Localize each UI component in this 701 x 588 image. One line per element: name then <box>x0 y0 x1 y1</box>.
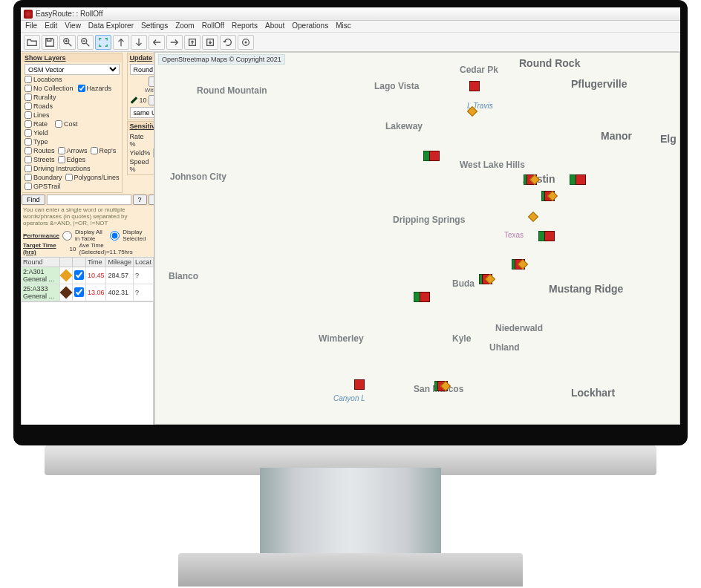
chk-edges[interactable] <box>58 156 65 163</box>
map-marker[interactable] <box>426 151 438 163</box>
map-marker[interactable] <box>354 379 366 391</box>
menu-about[interactable]: About <box>265 22 284 31</box>
pan-up-button[interactable] <box>113 35 129 50</box>
lbl-arrows: Arrows <box>67 146 88 155</box>
map-marker[interactable] <box>417 292 428 304</box>
display-all-radio[interactable] <box>62 231 72 241</box>
chk-yield[interactable] <box>25 129 32 137</box>
chk-type[interactable] <box>25 138 32 146</box>
chk-rate[interactable] <box>25 120 32 128</box>
table-row[interactable]: 25:A333 General ... 13.06402.31? <box>22 284 154 301</box>
map-marker[interactable] <box>469 81 481 93</box>
col-mileage[interactable]: Mileage <box>106 258 134 267</box>
chk-roads[interactable] <box>25 102 32 110</box>
col-check[interactable] <box>72 258 85 267</box>
find-help-button[interactable]: ? <box>133 195 147 205</box>
zoom-extents-button[interactable] <box>95 35 111 50</box>
layer-source-select[interactable]: OSM Vector <box>25 64 120 75</box>
menu-zoom[interactable]: Zoom <box>175 22 195 31</box>
menu-data-explorer[interactable]: Data Explorer <box>88 22 134 31</box>
target-button[interactable] <box>238 35 254 50</box>
col-locat[interactable]: Locat <box>133 258 153 267</box>
update-value: 10 <box>140 97 147 104</box>
sensitivity-heading: Sensitivity <box>128 122 154 131</box>
chk-gpstrail[interactable] <box>25 183 32 190</box>
menu-operations[interactable]: Operations <box>292 22 328 31</box>
pan-left-button[interactable] <box>149 35 165 50</box>
doc-up-button[interactable] <box>184 35 200 50</box>
map-marker[interactable] <box>528 212 540 223</box>
chk-cost[interactable] <box>55 120 62 128</box>
map-marker[interactable] <box>573 174 584 186</box>
round-select[interactable]: Round (blank=Any) <box>130 64 154 75</box>
map-viewport[interactable]: Round RockCedar PkPflugervilleLago Vista… <box>154 52 680 425</box>
menu-settings[interactable]: Settings <box>141 22 168 31</box>
lbl-roads: Roads <box>33 102 53 111</box>
chk-nocollection[interactable] <box>25 85 32 92</box>
rounds-table[interactable]: Round Time Mileage Locat 2:A301 General … <box>21 257 154 301</box>
city-label: West Lake Hills <box>460 160 525 170</box>
pan-down-button[interactable] <box>131 35 147 50</box>
lbl-streets: Streets <box>33 155 55 164</box>
city-label: Wimberley <box>319 333 364 344</box>
pan-right-button[interactable] <box>166 35 183 50</box>
map-canvas[interactable]: Round RockCedar PkPflugervilleLago Vista… <box>155 53 679 424</box>
menu-file[interactable]: File <box>25 22 37 31</box>
city-label: Round Mountain <box>197 85 267 96</box>
chk-arrows[interactable] <box>58 147 65 154</box>
lbl-locations: Locations <box>33 75 62 84</box>
map-marker[interactable] <box>515 259 526 271</box>
map-marker[interactable] <box>526 174 538 186</box>
monitor-neck <box>260 468 441 557</box>
chk-locations[interactable] <box>25 76 32 83</box>
zoom-in-button[interactable] <box>59 35 76 50</box>
find-input[interactable] <box>47 195 131 205</box>
lbl-reps: Rep's <box>100 146 117 155</box>
col-time[interactable]: Time <box>85 258 106 267</box>
chk-streets[interactable] <box>25 156 32 163</box>
chk-lines[interactable] <box>25 111 32 119</box>
refresh-button[interactable] <box>220 35 236 50</box>
save-button[interactable] <box>42 35 58 50</box>
map-marker[interactable] <box>544 191 556 203</box>
chk-rurality[interactable] <box>25 94 32 101</box>
map-marker[interactable] <box>437 381 449 393</box>
table-empty-area <box>21 301 154 425</box>
chk-driving[interactable] <box>25 165 32 172</box>
col-round[interactable]: Round <box>22 258 60 267</box>
city-label: Uhland <box>489 342 520 353</box>
find-button[interactable]: Find <box>22 195 45 205</box>
menu-reports[interactable]: Reports <box>232 22 258 31</box>
display-selected-radio[interactable] <box>110 231 120 241</box>
chk-reps[interactable] <box>91 147 98 154</box>
sensitivity-panel: Sensitivity Rate % Yield% Speed % <box>127 121 154 175</box>
chk-boundary[interactable] <box>25 174 32 181</box>
row-checkbox[interactable] <box>74 287 84 297</box>
row-checkbox[interactable] <box>74 270 84 280</box>
order-button[interactable]: Order <box>149 76 154 87</box>
col-color[interactable] <box>59 258 72 267</box>
city-label: Lago Vista <box>374 81 419 91</box>
menu-misc[interactable]: Misc <box>336 22 351 31</box>
find-clear-button[interactable]: Clear <box>149 195 154 205</box>
map-marker[interactable] <box>467 106 479 118</box>
map-marker[interactable] <box>541 231 553 243</box>
chk-hazards[interactable] <box>78 85 85 92</box>
usrn-select[interactable]: same USRN <box>130 107 154 118</box>
open-folder-button[interactable] <box>24 35 40 50</box>
lbl-yield: Yield <box>33 128 48 137</box>
display-selected-label: Display Selected <box>123 229 151 242</box>
city-label: Kyle <box>452 333 471 344</box>
menu-edit[interactable]: Edit <box>45 22 57 31</box>
map-marker[interactable] <box>482 274 494 286</box>
doc-down-button[interactable] <box>202 35 218 50</box>
zoom-out-button[interactable] <box>77 35 94 50</box>
menu-view[interactable]: View <box>65 22 81 31</box>
lbl-routes: Routes <box>33 146 55 155</box>
order-button-2[interactable]: Order <box>149 95 154 105</box>
menu-rolloff[interactable]: RollOff <box>202 22 224 31</box>
chk-polygons[interactable] <box>65 174 73 181</box>
table-row[interactable]: 2:A301 General ... 10.45284.57? <box>22 267 154 284</box>
chk-routes[interactable] <box>25 147 32 154</box>
find-hint: You can enter a single word or multiple … <box>21 206 154 227</box>
